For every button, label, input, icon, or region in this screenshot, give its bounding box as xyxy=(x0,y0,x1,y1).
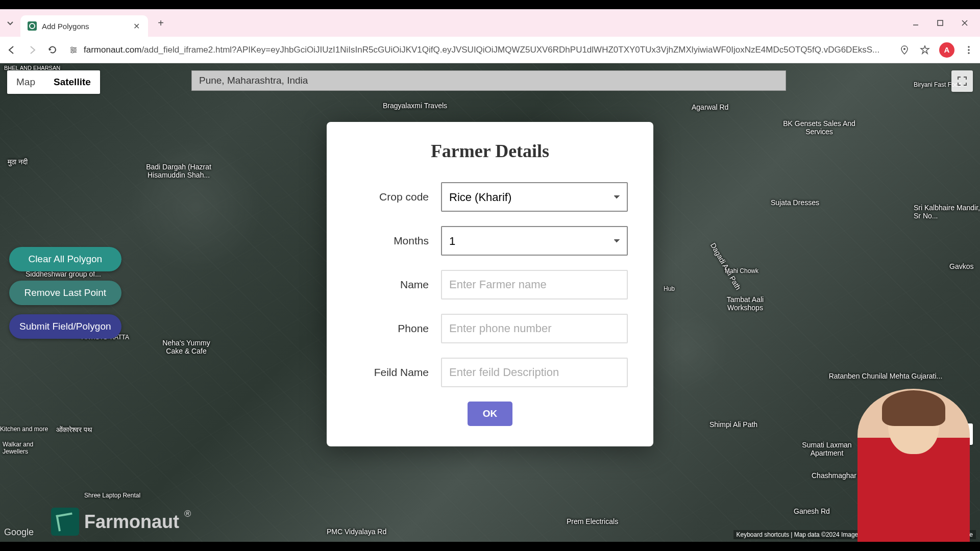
back-button[interactable] xyxy=(5,43,18,57)
months-select[interactable]: 1 xyxy=(441,226,628,256)
viewport: Add Polygons ✕ + farmonaut.com/add_field… xyxy=(0,9,980,542)
farmonaut-logo-text: Farmonaut xyxy=(84,511,179,533)
name-label: Name xyxy=(352,279,429,291)
minimize-icon xyxy=(912,19,919,27)
fullscreen-icon xyxy=(957,76,967,86)
close-window-button[interactable] xyxy=(960,18,970,28)
form-row-name: Name xyxy=(352,270,628,299)
minimize-button[interactable] xyxy=(911,18,921,28)
map-type-satellite[interactable]: Satellite xyxy=(44,70,100,94)
arrow-right-icon xyxy=(27,45,37,55)
side-buttons: Clear All Polygon Remove Last Point Subm… xyxy=(9,247,121,339)
url-text: farmonaut.com/add_field_iframe2.html?API… xyxy=(84,45,879,55)
svg-point-11 xyxy=(968,46,970,48)
phone-label: Phone xyxy=(352,322,429,335)
close-icon xyxy=(961,19,968,27)
map-canvas[interactable]: BHEL AND EHARSAN Bragyalaxmi Travels Bad… xyxy=(0,63,980,542)
url-bar[interactable]: farmonaut.com/add_field_iframe2.html?API… xyxy=(66,45,891,55)
ok-button[interactable]: OK xyxy=(468,402,513,426)
remove-point-button[interactable]: Remove Last Point xyxy=(9,281,121,305)
window-controls xyxy=(911,18,976,28)
tab-favicon xyxy=(28,21,37,31)
modal-footer: OK xyxy=(352,402,628,426)
registered-symbol: ® xyxy=(184,509,191,519)
browser-nav-bar: farmonaut.com/add_field_iframe2.html?API… xyxy=(0,37,980,63)
location-pin-icon xyxy=(899,45,910,55)
reload-button[interactable] xyxy=(46,43,59,57)
svg-point-7 xyxy=(71,47,73,49)
presenter-avatar xyxy=(857,389,970,542)
farmonaut-logo: Farmonaut ® xyxy=(51,508,191,536)
modal-title: Farmer Details xyxy=(352,140,628,162)
kebab-icon xyxy=(964,45,973,55)
months-label: Months xyxy=(352,235,429,247)
maximize-icon xyxy=(937,19,944,27)
svg-point-12 xyxy=(968,49,970,51)
tab-title: Add Polygons xyxy=(42,22,127,31)
presenter-body xyxy=(857,389,970,542)
crop-code-label: Crop code xyxy=(352,191,429,203)
form-row-crop: Crop code Rice (Kharif) xyxy=(352,182,628,212)
tab-search-dropdown[interactable] xyxy=(4,17,16,29)
nav-right-icons: A xyxy=(898,42,975,58)
submit-field-button[interactable]: Submit Field/Polygon xyxy=(9,314,121,339)
bookmark-button[interactable] xyxy=(919,44,931,56)
arrow-left-icon xyxy=(7,45,17,55)
new-tab-button[interactable]: + xyxy=(153,15,168,31)
reload-icon xyxy=(47,45,58,55)
presenter-head xyxy=(888,393,939,454)
crop-code-select[interactable]: Rice (Kharif) xyxy=(441,182,628,212)
phone-input[interactable] xyxy=(441,314,628,343)
map-type-switcher: Map Satellite xyxy=(7,70,100,94)
tab-close-button[interactable]: ✕ xyxy=(132,21,141,31)
presenter-hair xyxy=(882,390,945,426)
form-row-months: Months 1 xyxy=(352,226,628,256)
browser-tab[interactable]: Add Polygons ✕ xyxy=(20,15,148,37)
letterbox-bottom xyxy=(0,542,980,551)
site-info-icon[interactable] xyxy=(68,45,79,55)
form-row-field: Feild Name xyxy=(352,358,628,387)
svg-rect-1 xyxy=(938,20,943,26)
maximize-button[interactable] xyxy=(935,18,945,28)
name-input[interactable] xyxy=(441,270,628,299)
fullscreen-button[interactable] xyxy=(951,70,973,92)
farmer-details-modal: Farmer Details Crop code Rice (Kharif) M… xyxy=(327,122,653,446)
chevron-down-icon xyxy=(7,19,14,27)
svg-point-13 xyxy=(968,52,970,54)
forward-button[interactable] xyxy=(26,43,39,57)
menu-button[interactable] xyxy=(963,44,975,56)
letterbox-top xyxy=(0,0,980,9)
form-row-phone: Phone xyxy=(352,314,628,343)
svg-point-10 xyxy=(903,48,905,50)
svg-point-8 xyxy=(74,49,76,51)
farmonaut-logo-icon xyxy=(51,508,79,536)
star-icon xyxy=(920,45,930,55)
location-button[interactable] xyxy=(898,44,911,56)
tune-icon xyxy=(69,45,78,55)
field-name-label: Feild Name xyxy=(352,366,429,379)
browser-tab-bar: Add Polygons ✕ + xyxy=(0,9,980,37)
svg-point-9 xyxy=(71,51,74,53)
map-type-map[interactable]: Map xyxy=(7,70,44,94)
clear-polygon-button[interactable]: Clear All Polygon xyxy=(9,247,121,271)
profile-badge[interactable]: A xyxy=(939,42,954,58)
field-input[interactable] xyxy=(441,358,628,387)
google-logo: Google xyxy=(4,527,34,538)
map-search-box[interactable] xyxy=(191,70,786,91)
map-search-input[interactable] xyxy=(199,75,778,86)
